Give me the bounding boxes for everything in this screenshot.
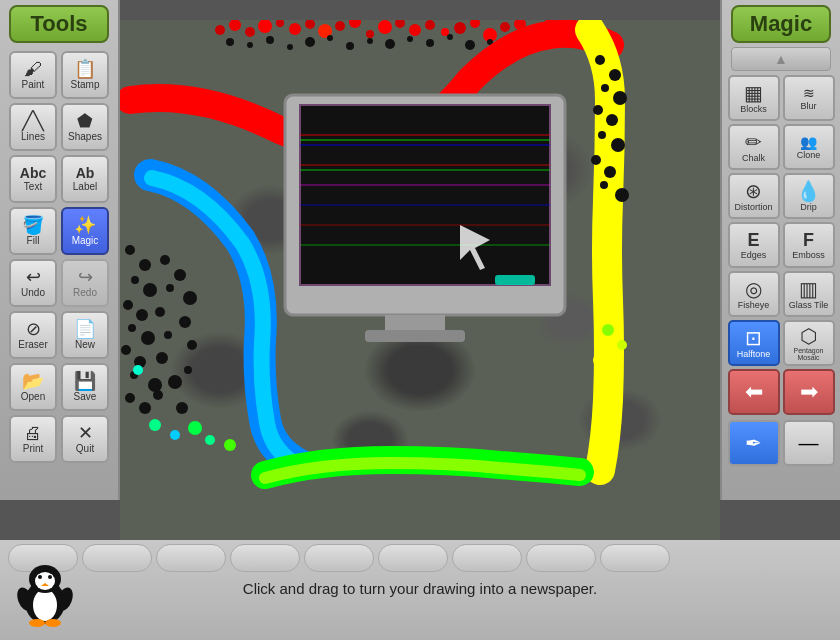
chevron-up-icon: ▲ (774, 51, 788, 67)
magic-row-distortion-drip: ⊛ Distortion 💧 Drip (728, 173, 835, 219)
magic-row-chalk-clone: ✏ Chalk 👥 Clone (728, 124, 835, 170)
distortion-button[interactable]: ⊛ Distortion (728, 173, 780, 219)
open-button[interactable]: 📂 Open (9, 363, 57, 411)
svg-point-118 (29, 619, 45, 627)
clone-button[interactable]: 👥 Clone (783, 124, 835, 170)
canvas-area[interactable] (120, 20, 720, 540)
flip-right-button[interactable]: ➡ (783, 369, 835, 415)
scroll-button-2[interactable] (82, 544, 152, 572)
print-label: Print (23, 443, 44, 454)
tool-row-lines-shapes: ╱╲ Lines ⬟ Shapes (9, 103, 109, 151)
tool-row-paint-stamp: 🖌 Paint 📋 Stamp (9, 51, 109, 99)
eraser-label: Eraser (18, 339, 47, 350)
tool-row-undo-redo: ↩ Undo ↪ Redo (9, 259, 109, 307)
blocks-button[interactable]: ▦ Blocks (728, 75, 780, 121)
magic-arrow-buttons: ⬅ ➡ (728, 369, 835, 415)
fisheye-icon: ◎ (745, 279, 762, 299)
status-message: Click and drag to turn your drawing into… (243, 580, 597, 597)
penguin-mascot (15, 557, 85, 632)
text-icon: Abc (20, 166, 46, 180)
scroll-button-3[interactable] (156, 544, 226, 572)
flip-left-button[interactable]: ⬅ (728, 369, 780, 415)
save-button[interactable]: 💾 Save (61, 363, 109, 411)
save-icon: 💾 (74, 372, 96, 390)
distortion-label: Distortion (734, 202, 772, 212)
fill-label: Fill (27, 235, 40, 246)
print-icon: 🖨 (24, 424, 42, 442)
stamp-label: Stamp (71, 79, 100, 90)
magic-row-edges-emboss: E Edges F Emboss (728, 222, 835, 268)
paint-button[interactable]: 🖌 Paint (9, 51, 57, 99)
new-button[interactable]: 📄 New (61, 311, 109, 359)
drip-icon: 💧 (796, 181, 821, 201)
glasstile-icon: ▥ (799, 279, 818, 299)
lines-icon: ╱╲ (22, 112, 44, 130)
magic-row-halftone-pentagon: ⊡ Halftone ⬡ Pentagon Mosaic (728, 320, 835, 366)
save-label: Save (74, 391, 97, 402)
smudge-button[interactable]: — (783, 420, 835, 466)
arrow-left-icon: ⬅ (745, 379, 763, 405)
svg-point-108 (33, 589, 57, 621)
edges-label: Edges (741, 250, 767, 260)
smudge-icon: — (799, 432, 819, 455)
bottom-area: Click and drag to turn your drawing into… (0, 540, 840, 640)
halftone-button[interactable]: ⊡ Halftone (728, 320, 780, 366)
quit-icon: ✕ (78, 424, 93, 442)
paint-icon: 🖌 (24, 60, 42, 78)
magic-bottom-buttons: ✒ — (728, 420, 835, 466)
drip-button[interactable]: 💧 Drip (783, 173, 835, 219)
blur-icon: ≋ (803, 86, 815, 100)
scroll-button-4[interactable] (230, 544, 300, 572)
magic-scroll-up-button[interactable]: ▲ (731, 47, 831, 71)
text-button[interactable]: Abc Text (9, 155, 57, 203)
clone-label: Clone (797, 150, 821, 160)
scroll-button-6[interactable] (378, 544, 448, 572)
scroll-button-5[interactable] (304, 544, 374, 572)
lines-button[interactable]: ╱╲ Lines (9, 103, 57, 151)
emboss-button[interactable]: F Emboss (783, 222, 835, 268)
scroll-button-7[interactable] (452, 544, 522, 572)
glasstile-button[interactable]: ▥ Glass Tile (783, 271, 835, 317)
magic-wand-icon: ✨ (74, 216, 96, 234)
pentagon-button[interactable]: ⬡ Pentagon Mosaic (783, 320, 835, 366)
right-toolbar: Magic ▲ ▦ Blocks ≋ Blur ✏ Chalk 👥 Clone … (720, 0, 840, 500)
lines-label: Lines (21, 131, 45, 142)
stamp-button[interactable]: 📋 Stamp (61, 51, 109, 99)
undo-button[interactable]: ↩ Undo (9, 259, 57, 307)
arrow-right-icon: ➡ (800, 379, 818, 405)
signature-icon: ✒ (745, 431, 762, 455)
tool-row-fill-magic: 🪣 Fill ✨ Magic (9, 207, 109, 255)
magic-button[interactable]: ✨ Magic (61, 207, 109, 255)
fill-icon: 🪣 (22, 216, 44, 234)
tool-row-open-save: 📂 Open 💾 Save (9, 363, 109, 411)
eraser-button[interactable]: ⊘ Eraser (9, 311, 57, 359)
open-label: Open (21, 391, 45, 402)
magic-row-fisheye-glasstile: ◎ Fisheye ▥ Glass Tile (728, 271, 835, 317)
label-button[interactable]: Ab Label (61, 155, 109, 203)
pentagon-label: Pentagon Mosaic (785, 347, 833, 361)
stamp-icon: 📋 (74, 60, 96, 78)
glasstile-label: Glass Tile (789, 300, 829, 310)
halftone-label: Halftone (737, 349, 771, 359)
blur-button[interactable]: ≋ Blur (783, 75, 835, 121)
redo-button[interactable]: ↪ Redo (61, 259, 109, 307)
scroll-button-8[interactable] (526, 544, 596, 572)
print-button[interactable]: 🖨 Print (9, 415, 57, 463)
open-icon: 📂 (22, 372, 44, 390)
signature-button[interactable]: ✒ (728, 420, 780, 466)
distortion-icon: ⊛ (745, 181, 762, 201)
shapes-button[interactable]: ⬟ Shapes (61, 103, 109, 151)
eraser-icon: ⊘ (26, 320, 41, 338)
quit-button[interactable]: ✕ Quit (61, 415, 109, 463)
magic-label: Magic (72, 235, 99, 246)
fisheye-button[interactable]: ◎ Fisheye (728, 271, 780, 317)
undo-label: Undo (21, 287, 45, 298)
quit-label: Quit (76, 443, 94, 454)
magic-row-blocks-blur: ▦ Blocks ≋ Blur (728, 75, 835, 121)
fill-button[interactable]: 🪣 Fill (9, 207, 57, 255)
chalk-button[interactable]: ✏ Chalk (728, 124, 780, 170)
left-toolbar: Tools 🖌 Paint 📋 Stamp ╱╲ Lines ⬟ Shapes … (0, 0, 120, 500)
scroll-button-9[interactable] (600, 544, 670, 572)
tool-row-text-label: Abc Text Ab Label (9, 155, 109, 203)
edges-button[interactable]: E Edges (728, 222, 780, 268)
